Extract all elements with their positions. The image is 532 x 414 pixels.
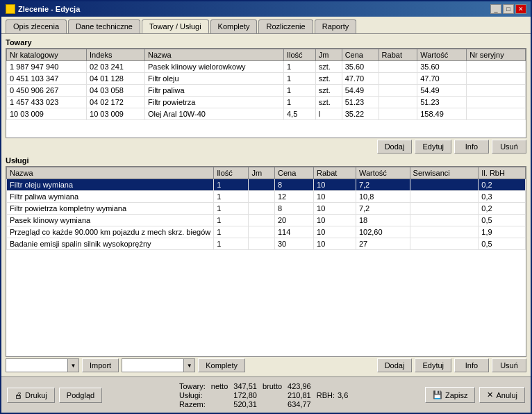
col-wartosc: Wartość — [417, 49, 467, 61]
main-window: Zlecenie - Edycja _ □ ✕ Opis zlecenia Da… — [0, 0, 532, 414]
goods-label: Towary — [6, 38, 526, 47]
tab-opis-zlecenia[interactable]: Opis zlecenia — [6, 19, 67, 33]
towary-netto-value: 347,51 — [233, 382, 257, 390]
footer-right: 💾 Zapisz ✕ Anuluj — [425, 387, 525, 403]
svc-col-ilosc: Ilość — [214, 167, 249, 179]
rbh-label: RBH: — [317, 391, 335, 399]
svc-col-rabat: Rabat — [314, 167, 356, 179]
titlebar-buttons: _ □ ✕ — [490, 4, 526, 14]
main-content: Towary Nr katalogowy Indeks Nazwa Ilość … — [1, 33, 531, 376]
svc-col-rbh: Il. RbH — [479, 167, 526, 179]
printer-icon: 🖨 — [15, 391, 22, 399]
maximize-button[interactable]: □ — [503, 4, 514, 14]
komplety-button[interactable]: Komplety — [198, 358, 245, 372]
razem-brutto-value: 634,77 — [288, 400, 311, 408]
footer: 🖨 Drukuj Podgląd Towary: netto 347,51 br… — [1, 376, 531, 413]
goods-section: Towary Nr katalogowy Indeks Nazwa Ilość … — [6, 38, 526, 154]
services-table: Nazwa Ilość Jm Cena Rabat Wartość Serwis… — [6, 167, 526, 250]
cancel-icon: ✕ — [487, 390, 493, 399]
goods-edit-button[interactable]: Edytuj — [415, 140, 451, 154]
goods-add-button[interactable]: Dodaj — [377, 140, 413, 154]
col-rabat: Rabat — [379, 49, 417, 61]
svc-col-jm: Jm — [249, 167, 275, 179]
towary-label: Towary: — [179, 382, 206, 390]
goods-table-row[interactable]: 0 451 103 34704 01 128Filtr oleju1szt.47… — [7, 73, 526, 85]
goods-buttons: Dodaj Edytuj Info Usuń — [6, 140, 526, 154]
tab-rozliczenie[interactable]: Rozliczenie — [258, 19, 313, 33]
col-nazwa: Nazwa — [144, 49, 283, 61]
tabs-bar: Opis zlecenia Dane techniczne Towary / U… — [1, 17, 531, 33]
tab-towary-uslugi[interactable]: Towary / Usługi — [142, 19, 209, 33]
svc-col-nazwa: Nazwa — [7, 167, 214, 179]
uslugi-netto-value: 172,80 — [233, 391, 257, 399]
services-table-row[interactable]: Filtr paliwa wymiana1121010,80,3 — [7, 191, 526, 203]
goods-table: Nr katalogowy Indeks Nazwa Ilość Jm Cena… — [6, 49, 526, 120]
goods-table-row[interactable]: 10 03 00910 03 009Olej Aral 10W-404,5l35… — [7, 108, 526, 120]
services-table-row[interactable]: Filtr oleju wymiana18107,20,2 — [7, 179, 526, 191]
goods-table-row[interactable]: 1 987 947 94002 03 241Pasek klinowy wiel… — [7, 61, 526, 73]
services-table-row[interactable]: Przegląd co każde 90.000 km pojazdu z me… — [7, 226, 526, 238]
services-label: Usługi — [6, 156, 526, 165]
services-add-button[interactable]: Dodaj — [377, 358, 413, 372]
col-nr-kat: Nr katalogowy — [7, 49, 87, 61]
minimize-button[interactable]: _ — [490, 4, 501, 14]
uslugi-label: Usługi: — [179, 391, 206, 399]
services-table-container: Nazwa Ilość Jm Cena Rabat Wartość Serwis… — [6, 166, 526, 357]
col-nr-ser: Nr seryjny — [467, 49, 526, 61]
svc-col-wartosc: Wartość — [356, 167, 410, 179]
combo2: ▼ — [122, 358, 195, 372]
save-icon: 💾 — [433, 390, 442, 399]
towary-brutto-value: 423,96 — [288, 382, 311, 390]
close-button[interactable]: ✕ — [515, 4, 526, 14]
save-button[interactable]: 💾 Zapisz — [425, 387, 475, 403]
combo1: ▼ — [6, 358, 79, 372]
col-jm: Jm — [315, 49, 342, 61]
app-icon — [6, 4, 15, 14]
razem-netto-value: 520,31 — [233, 400, 257, 408]
tab-dane-techniczne[interactable]: Dane techniczne — [68, 19, 140, 33]
svc-col-cena: Cena — [275, 167, 314, 179]
goods-info-button[interactable]: Info — [454, 140, 489, 154]
towary-netto-label: netto — [211, 382, 228, 390]
goods-table-row[interactable]: 0 450 906 26704 03 058Filtr paliwa1szt.5… — [7, 85, 526, 97]
tab-komplety[interactable]: Komplety — [210, 19, 258, 33]
col-indeks: Indeks — [87, 49, 145, 61]
rbh-value: 3,6 — [338, 391, 348, 399]
uslugi-brutto-value: 210,81 — [288, 391, 311, 399]
services-section: Usługi Nazwa Ilość Jm Cena Rabat Wartość… — [6, 156, 526, 372]
combo1-dropdown-button[interactable]: ▼ — [68, 358, 79, 372]
col-cena: Cena — [342, 49, 379, 61]
goods-table-row[interactable]: 1 457 433 02304 02 172Filtr powietrza1sz… — [7, 97, 526, 108]
goods-table-container: Nr katalogowy Indeks Nazwa Ilość Jm Cena… — [6, 48, 526, 138]
services-delete-button[interactable]: Usuń — [492, 358, 526, 372]
print-button[interactable]: 🖨 Drukuj — [7, 388, 55, 403]
services-table-row[interactable]: Filtr powietrza kompletny wymiana18107,2… — [7, 203, 526, 215]
razem-label: Razem: — [179, 400, 206, 408]
titlebar: Zlecenie - Edycja _ □ ✕ — [1, 1, 531, 17]
goods-header-row: Nr katalogowy Indeks Nazwa Ilość Jm Cena… — [7, 49, 526, 61]
services-bottom-controls: ▼ Import ▼ Komplety Dodaj Edytuj Info Us… — [6, 358, 526, 372]
window-title: Zlecenie - Edycja — [18, 5, 80, 13]
col-ilosc: Ilość — [283, 49, 315, 61]
footer-left: 🖨 Drukuj Podgląd — [7, 388, 102, 403]
services-table-row[interactable]: Pasek klinowy wymiana12010180,5 — [7, 215, 526, 226]
import-button[interactable]: Import — [82, 358, 119, 372]
cancel-button[interactable]: ✕ Anuluj — [479, 387, 525, 403]
preview-button[interactable]: Podgląd — [59, 388, 102, 403]
services-info-button[interactable]: Info — [454, 358, 489, 372]
svc-col-serwisanci: Serwisanci — [410, 167, 479, 179]
goods-delete-button[interactable]: Usuń — [492, 140, 526, 154]
combo2-dropdown-button[interactable]: ▼ — [184, 358, 195, 372]
combo1-input[interactable] — [6, 358, 68, 372]
combo2-input[interactable] — [122, 358, 184, 372]
towary-brutto-label: brutto — [263, 382, 282, 390]
services-table-row[interactable]: Badanie emisji spalin silnik wysokoprężn… — [7, 238, 526, 250]
footer-summary: Towary: netto 347,51 brutto 423,96 Usług… — [179, 382, 348, 408]
services-header-row: Nazwa Ilość Jm Cena Rabat Wartość Serwis… — [7, 167, 526, 179]
services-edit-button[interactable]: Edytuj — [415, 358, 451, 372]
tab-raporty[interactable]: Raporty — [315, 19, 357, 33]
